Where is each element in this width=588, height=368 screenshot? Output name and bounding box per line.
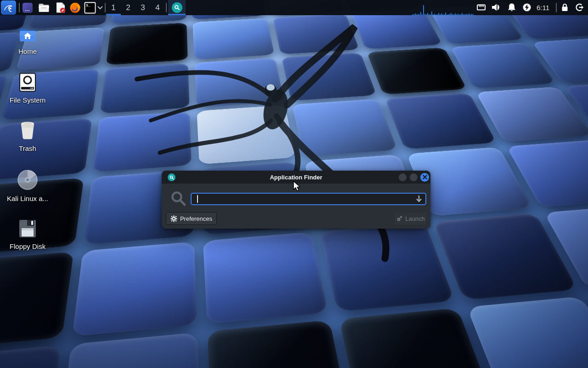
workspace-label: 3 [141, 3, 145, 12]
terminal-dropdown-chevron[interactable] [96, 2, 104, 13]
terminal-icon [22, 2, 33, 13]
close-icon [423, 175, 427, 179]
dialog-title: Application Finder [162, 174, 430, 181]
panel-separator [166, 3, 167, 12]
lock-screen-button[interactable] [560, 3, 569, 12]
finder-button-underline [168, 14, 186, 15]
panel-clock[interactable]: 6:11 [533, 0, 553, 15]
launch-button[interactable]: Launch [394, 212, 427, 225]
workspace-label: 1 [111, 3, 115, 12]
workspace-button-1[interactable]: 1 [106, 0, 121, 15]
preferences-button[interactable]: Preferences [166, 212, 217, 225]
close-button[interactable] [420, 173, 429, 182]
text-editor-launcher[interactable] [55, 2, 66, 13]
file-system-drive-icon [18, 73, 37, 92]
workspace-button-3[interactable]: 3 [136, 0, 150, 15]
app-finder-icon [172, 2, 182, 13]
launch-icon [396, 216, 402, 222]
kali-menu-icon [3, 2, 14, 13]
terminal-launcher[interactable] [22, 2, 33, 13]
desktop-icon-label: Trash [19, 144, 36, 152]
desktop-icon-trash[interactable]: Trash [6, 121, 50, 152]
file-manager-launcher[interactable] [38, 2, 50, 13]
network-icon [476, 3, 486, 12]
terminal-prompt-icon: $_ [84, 2, 96, 14]
desktop-icon-label: Home [18, 47, 37, 55]
terminal-prompt-glyph: $_ [86, 3, 90, 7]
firefox-launcher[interactable] [69, 2, 81, 13]
text-editor-icon [55, 2, 66, 13]
search-icon [170, 190, 187, 207]
text-caret [197, 195, 198, 203]
notifications-tray-button[interactable] [507, 3, 516, 12]
launch-label: Launch [405, 215, 425, 222]
active-workspace-underline [106, 14, 121, 15]
dialog-titlebar[interactable]: Application Finder [162, 171, 430, 184]
application-finder-window: Application Finder [162, 171, 430, 229]
floppy-disk-icon [18, 219, 37, 238]
power-manager-tray-button[interactable] [522, 3, 531, 12]
desktop-icon-file-system[interactable]: File System [6, 73, 50, 104]
desktop-icon-label: Floppy Disk [10, 242, 45, 250]
volume-tray-button[interactable] [491, 3, 501, 12]
maximize-button[interactable] [410, 173, 418, 181]
preferences-label: Preferences [180, 215, 212, 222]
volume-icon [491, 3, 501, 12]
panel-separator [105, 3, 106, 12]
panel-separator [556, 3, 557, 12]
kali-cd-icon [17, 169, 38, 190]
workspace-label: 2 [126, 3, 130, 12]
workspace-button-2[interactable]: 2 [121, 0, 136, 15]
chevron-down-icon [97, 6, 103, 10]
desktop-icon-kali-cd[interactable]: Kali Linux a... [6, 169, 50, 202]
desktop-icon-label: Kali Linux a... [7, 195, 48, 202]
panel-separator [19, 3, 20, 12]
desktop-icon-home[interactable]: Home [6, 27, 50, 55]
application-search-input[interactable] [191, 193, 426, 205]
trash-icon [18, 121, 37, 140]
logout-icon [575, 3, 584, 12]
desktop-icon-floppy-disk[interactable]: Floppy Disk [6, 219, 50, 250]
power-manager-icon [522, 3, 531, 12]
lock-icon [560, 3, 569, 12]
applications-menu-button[interactable] [1, 0, 16, 15]
notifications-bell-icon [507, 3, 516, 12]
home-folder-icon [18, 27, 37, 43]
desktop-icon-label: File System [10, 96, 45, 104]
gear-icon [170, 215, 177, 222]
network-monitor-graph [412, 3, 475, 15]
terminal-dropdown-launcher[interactable]: $_ [84, 2, 96, 13]
network-tray-button[interactable] [476, 3, 486, 12]
app-finder-panel-button[interactable] [168, 0, 186, 15]
minimize-button[interactable] [399, 173, 407, 181]
logout-button[interactable] [575, 3, 584, 12]
workspace-label: 4 [155, 3, 159, 12]
workspace-button-4[interactable]: 4 [150, 0, 165, 15]
file-manager-icon [38, 3, 50, 13]
clock-text: 6:11 [537, 4, 549, 12]
top-panel: $_ 1 2 3 4 [0, 0, 588, 15]
firefox-icon [69, 2, 81, 14]
